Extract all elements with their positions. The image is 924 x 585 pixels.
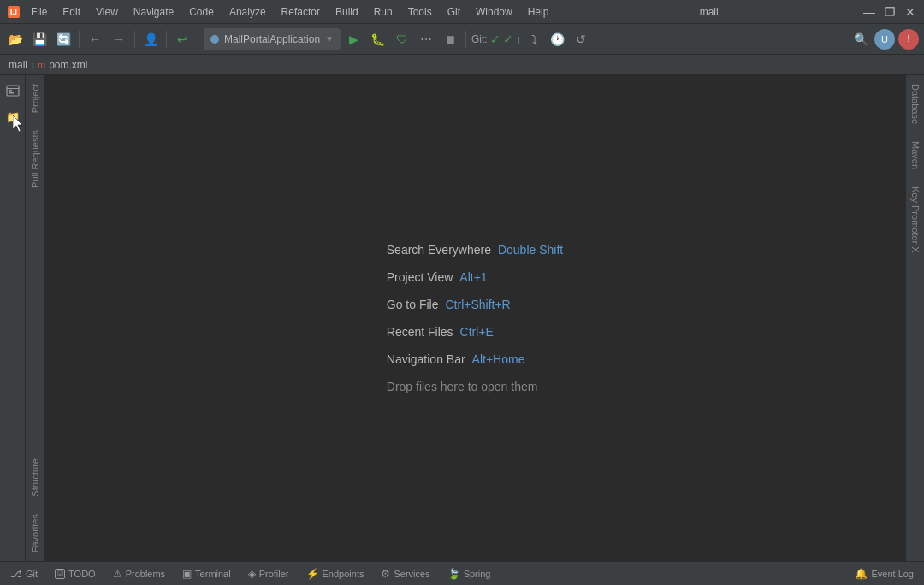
terminal-status-icon: ▣ [182,568,192,580]
menu-item-view[interactable]: View [89,4,125,20]
git-update-button[interactable]: ⤵ [524,29,545,50]
synchronize-button[interactable]: 🔄 [53,29,74,50]
structure-panel-label[interactable]: Structure [27,450,44,505]
notification-badge[interactable]: ! [898,29,919,50]
title-bar-left: IJ FileEditViewNavigateCodeAnalyzeRefact… [7,4,555,20]
services-status-item[interactable]: ⚙ Services [377,562,433,585]
shortcut-label-1: Project View [387,270,453,284]
title-bar: IJ FileEditViewNavigateCodeAnalyzeRefact… [0,0,924,24]
toolbar: 📂 💾 🔄 ← → 👤 ↩ MallPortalApplication ▼ ▶ … [0,24,924,55]
menu-item-edit[interactable]: Edit [56,4,87,20]
minimize-button[interactable]: — [862,5,876,19]
svg-rect-4 [9,90,12,92]
profiler-status-item[interactable]: ◈ Profiler [245,562,293,585]
open-file-button[interactable]: 📂 [5,29,26,50]
breadcrumb-project[interactable]: mall [9,59,27,71]
problems-status-label: Problems [126,569,165,579]
problems-status-item[interactable]: ⚠ Problems [110,562,169,585]
endpoints-status-label: Endpoints [323,569,364,579]
event-log-status-item[interactable]: 🔔 Event Log [851,562,917,585]
menu-item-git[interactable]: Git [441,4,467,20]
forward-button[interactable]: → [109,29,129,50]
todo-status-item[interactable]: ☑ TODO [51,562,99,585]
git-section: Git: ✓ ✓ ↑ ⤵ 🕐 ↺ [471,29,591,50]
menu-item-help[interactable]: Help [521,4,556,20]
git-status-label: Git [26,569,38,579]
menu-item-analyze[interactable]: Analyze [222,4,273,20]
breadcrumb-file[interactable]: pom.xml [49,59,87,71]
menu-bar: FileEditViewNavigateCodeAnalyzeRefactorB… [24,4,555,20]
maximize-button[interactable]: ❐ [883,5,897,19]
spring-status-label: Spring [464,569,491,579]
spring-status-item[interactable]: 🍃 Spring [444,562,495,585]
git-status-icon: ⎇ [10,568,22,580]
menu-item-run[interactable]: Run [367,4,400,20]
menu-item-window[interactable]: Window [469,4,519,20]
git-check2-icon: ✓ [503,32,513,46]
shortcut-row-4: Navigation BarAlt+Home [387,346,525,373]
coverage-button[interactable]: 🛡 [392,29,412,50]
sidebar-folder-tab[interactable]: 📁 [1,104,25,128]
menu-item-file[interactable]: File [24,4,54,20]
more-run-button[interactable]: ⋯ [416,29,436,50]
breadcrumb-separator-1: › [31,59,34,71]
menu-item-refactor[interactable]: Refactor [275,4,327,20]
shortcut-key-0: Double Shift [498,243,563,257]
search-everywhere-button[interactable]: 🔍 [850,29,871,50]
problems-status-icon: ⚠ [113,568,122,580]
shortcut-key-2: Ctrl+Shift+R [445,298,510,311]
terminal-status-item[interactable]: ▣ Terminal [179,562,234,585]
database-panel-label[interactable]: Database [907,75,924,133]
menu-item-tools[interactable]: Tools [401,4,439,20]
shortcut-label-2: Go to File [387,298,439,311]
menu-item-build[interactable]: Build [329,4,365,20]
menu-item-code[interactable]: Code [182,4,221,20]
run-config-icon [210,35,219,44]
toolbar-separator-2 [134,31,135,48]
git-push-icon: ↑ [516,32,522,46]
git-rollback-button[interactable]: ↺ [571,29,591,50]
window-controls: — ❐ ✕ [862,5,917,19]
menu-item-navigate[interactable]: Navigate [127,4,181,20]
spring-status-icon: 🍃 [447,568,460,580]
endpoints-status-item[interactable]: ⚡ Endpoints [303,562,368,585]
drop-hint: Drop files here to open them [387,373,538,400]
undo-button[interactable]: ↩ [172,29,192,50]
key-promoter-panel-label[interactable]: Key Promoter X [907,178,924,262]
save-all-button[interactable]: 💾 [29,29,50,50]
profiler-status-icon: ◈ [248,568,256,580]
debug-button[interactable]: 🐛 [368,29,388,50]
services-status-label: Services [394,569,429,579]
shortcut-key-4: Alt+Home [472,352,525,366]
project-panel-label[interactable]: Project [27,75,44,121]
svg-rect-5 [9,92,14,94]
pull-requests-panel-label[interactable]: Pull Requests [27,121,44,197]
run-config-dropdown-icon: ▼ [325,34,334,44]
window-title: mall [700,6,719,18]
stop-button[interactable]: ⏹ [440,29,460,50]
run-configuration[interactable]: MallPortalApplication ▼ [204,28,341,50]
sidebar-project-tab[interactable] [1,79,25,103]
git-label: Git: [471,33,488,45]
event-log-status-label: Event Log [871,569,914,579]
close-button[interactable]: ✕ [903,5,917,19]
left-sidebar: 📁 [0,75,26,561]
run-config-label: MallPortalApplication [224,33,320,45]
toolbar-separator-5 [465,31,466,48]
user-button[interactable]: 👤 [140,29,161,50]
user-avatar[interactable]: U [874,29,895,50]
git-status-item[interactable]: ⎇ Git [7,562,41,585]
shortcut-key-1: Alt+1 [459,270,487,284]
todo-status-icon: ☑ [55,569,65,579]
git-history-button[interactable]: 🕐 [548,29,568,50]
breadcrumb-bar: mall › m pom.xml [0,55,924,75]
favorites-panel-label[interactable]: Favorites [27,505,44,561]
left-panel-labels: Project Pull Requests Structure Favorite… [26,75,44,561]
editor-area: Search EverywhereDouble ShiftProject Vie… [44,75,905,561]
maven-panel-label[interactable]: Maven [907,133,924,178]
run-button[interactable]: ▶ [344,29,364,50]
main-layout: 📁 Project Pull Requests Structure Favori… [0,75,924,561]
welcome-content: Search EverywhereDouble ShiftProject Vie… [387,236,563,400]
back-button[interactable]: ← [85,29,105,50]
shortcut-row-3: Recent FilesCtrl+E [387,318,494,346]
